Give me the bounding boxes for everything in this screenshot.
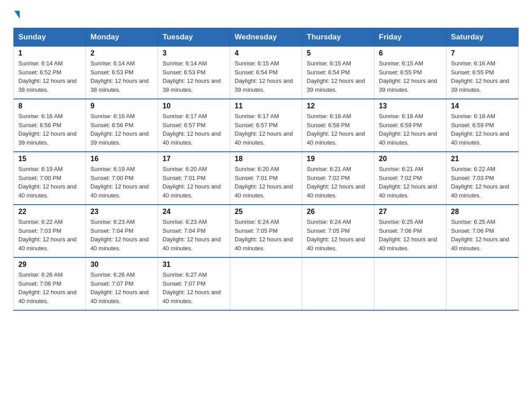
day-number: 13 [379,102,442,110]
day-number: 7 [451,49,514,57]
daylight-text: Daylight: 12 hours and 40 minutes. [235,183,293,199]
day-info: Sunrise: 6:17 AM Sunset: 6:57 PM Dayligh… [235,112,297,147]
sunset-text: Sunset: 6:54 PM [235,69,278,76]
sunset-text: Sunset: 6:56 PM [18,122,61,128]
sunset-text: Sunset: 6:59 PM [451,122,494,128]
sunset-text: Sunset: 7:01 PM [163,175,206,181]
header-wednesday: Wednesday [230,28,302,47]
sunrise-text: Sunrise: 6:23 AM [163,218,207,225]
day-info: Sunrise: 6:27 AM Sunset: 7:07 PM Dayligh… [163,270,225,305]
daylight-text: Daylight: 12 hours and 38 minutes. [90,77,149,93]
day-number: 10 [163,102,225,110]
sunset-text: Sunset: 7:02 PM [307,175,350,181]
day-info: Sunrise: 6:21 AM Sunset: 7:02 PM Dayligh… [379,165,442,200]
daylight-text: Daylight: 12 hours and 40 minutes. [451,183,509,199]
calendar-day-cell: 20 Sunrise: 6:21 AM Sunset: 7:02 PM Dayl… [374,152,446,205]
calendar-day-cell: 31 Sunrise: 6:27 AM Sunset: 7:07 PM Dayl… [158,257,230,310]
daylight-text: Daylight: 12 hours and 40 minutes. [379,236,437,252]
day-info: Sunrise: 6:25 AM Sunset: 7:06 PM Dayligh… [379,218,442,253]
sunrise-text: Sunrise: 6:22 AM [451,166,495,172]
sunrise-text: Sunrise: 6:15 AM [235,60,279,67]
day-number: 31 [163,261,225,269]
daylight-text: Daylight: 12 hours and 40 minutes. [379,183,437,199]
day-info: Sunrise: 6:25 AM Sunset: 7:06 PM Dayligh… [451,218,514,253]
daylight-text: Daylight: 12 hours and 39 minutes. [307,77,365,93]
day-number: 14 [451,102,514,110]
calendar-day-cell: 27 Sunrise: 6:25 AM Sunset: 7:06 PM Dayl… [374,205,446,257]
page-header [13,9,519,19]
day-number: 30 [90,261,153,269]
sunset-text: Sunset: 6:53 PM [90,69,133,76]
daylight-text: Daylight: 12 hours and 40 minutes. [163,130,221,146]
day-info: Sunrise: 6:26 AM Sunset: 7:06 PM Dayligh… [18,270,81,305]
calendar-day-cell: 13 Sunrise: 6:18 AM Sunset: 6:59 PM Dayl… [374,99,446,152]
daylight-text: Daylight: 12 hours and 40 minutes. [163,289,221,304]
logo-triangle-icon [14,11,20,19]
sunset-text: Sunset: 7:06 PM [18,280,61,287]
day-info: Sunrise: 6:16 AM Sunset: 6:55 PM Dayligh… [451,59,514,94]
sunrise-text: Sunrise: 6:22 AM [18,218,63,225]
day-info: Sunrise: 6:22 AM Sunset: 7:03 PM Dayligh… [18,218,81,253]
daylight-text: Daylight: 12 hours and 40 minutes. [90,289,149,304]
sunset-text: Sunset: 7:05 PM [307,227,350,234]
daylight-text: Daylight: 12 hours and 39 minutes. [379,77,437,93]
sunrise-text: Sunrise: 6:26 AM [90,271,135,278]
calendar-day-cell: 7 Sunrise: 6:16 AM Sunset: 6:55 PM Dayli… [446,47,519,99]
calendar-week-row: 15 Sunrise: 6:19 AM Sunset: 7:00 PM Dayl… [14,152,519,205]
calendar-week-row: 8 Sunrise: 6:16 AM Sunset: 6:56 PM Dayli… [14,99,519,152]
day-number: 12 [307,102,369,110]
daylight-text: Daylight: 12 hours and 40 minutes. [451,236,509,252]
sunset-text: Sunset: 6:55 PM [379,69,422,76]
sunrise-text: Sunrise: 6:25 AM [451,218,495,225]
calendar-day-cell [374,257,446,310]
day-number: 21 [451,155,514,163]
day-info: Sunrise: 6:22 AM Sunset: 7:03 PM Dayligh… [451,165,514,200]
daylight-text: Daylight: 12 hours and 40 minutes. [235,130,293,146]
daylight-text: Daylight: 12 hours and 39 minutes. [235,77,293,93]
sunset-text: Sunset: 7:02 PM [379,175,422,181]
day-info: Sunrise: 6:17 AM Sunset: 6:57 PM Dayligh… [163,112,225,147]
calendar-day-cell: 29 Sunrise: 6:26 AM Sunset: 7:06 PM Dayl… [14,257,86,310]
day-number: 3 [163,49,225,57]
daylight-text: Daylight: 12 hours and 39 minutes. [451,77,509,93]
calendar-week-row: 29 Sunrise: 6:26 AM Sunset: 7:06 PM Dayl… [14,257,519,310]
daylight-text: Daylight: 12 hours and 40 minutes. [90,183,149,199]
day-number: 18 [235,155,297,163]
sunrise-text: Sunrise: 6:18 AM [379,113,423,120]
daylight-text: Daylight: 12 hours and 40 minutes. [163,236,221,252]
calendar-day-cell: 28 Sunrise: 6:25 AM Sunset: 7:06 PM Dayl… [446,205,519,257]
sunset-text: Sunset: 6:59 PM [379,122,422,128]
calendar-day-cell: 14 Sunrise: 6:18 AM Sunset: 6:59 PM Dayl… [446,99,519,152]
day-number: 6 [379,49,442,57]
day-number: 29 [18,261,81,269]
day-number: 5 [307,49,369,57]
sunrise-text: Sunrise: 6:16 AM [90,113,135,120]
day-number: 24 [163,208,225,216]
sunrise-text: Sunrise: 6:14 AM [18,60,63,67]
calendar-day-cell: 19 Sunrise: 6:21 AM Sunset: 7:02 PM Dayl… [302,152,374,205]
day-number: 27 [379,208,442,216]
sunrise-text: Sunrise: 6:19 AM [18,166,63,172]
daylight-text: Daylight: 12 hours and 40 minutes. [379,130,437,146]
calendar-day-cell: 4 Sunrise: 6:15 AM Sunset: 6:54 PM Dayli… [230,47,302,99]
daylight-text: Daylight: 12 hours and 39 minutes. [18,130,77,146]
header-sunday: Sunday [14,28,86,47]
sunrise-text: Sunrise: 6:19 AM [90,166,135,172]
sunset-text: Sunset: 6:57 PM [235,122,278,128]
sunrise-text: Sunrise: 6:15 AM [379,60,423,67]
sunrise-text: Sunrise: 6:17 AM [235,113,279,120]
calendar-day-cell: 5 Sunrise: 6:15 AM Sunset: 6:54 PM Dayli… [302,47,374,99]
sunrise-text: Sunrise: 6:15 AM [307,60,351,67]
header-tuesday: Tuesday [158,28,230,47]
sunrise-text: Sunrise: 6:24 AM [307,218,351,225]
sunset-text: Sunset: 7:01 PM [235,175,278,181]
daylight-text: Daylight: 12 hours and 40 minutes. [163,183,221,199]
calendar-day-cell: 25 Sunrise: 6:24 AM Sunset: 7:05 PM Dayl… [230,205,302,257]
daylight-text: Daylight: 12 hours and 40 minutes. [307,236,365,252]
calendar-day-cell: 21 Sunrise: 6:22 AM Sunset: 7:03 PM Dayl… [446,152,519,205]
day-number: 4 [235,49,297,57]
day-number: 26 [307,208,369,216]
header-thursday: Thursday [302,28,374,47]
sunrise-text: Sunrise: 6:17 AM [163,113,207,120]
sunrise-text: Sunrise: 6:20 AM [235,166,279,172]
